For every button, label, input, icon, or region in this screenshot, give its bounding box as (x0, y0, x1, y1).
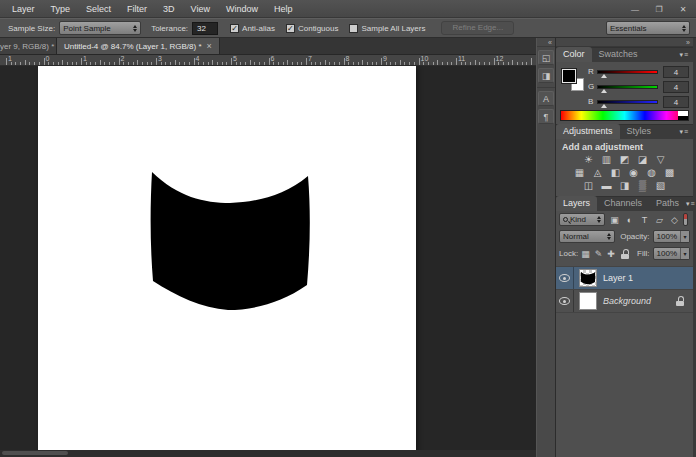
panel-menu-icon[interactable]: ▾≡ (686, 196, 696, 211)
layer-row-background[interactable]: Background (556, 290, 693, 313)
color-balance-icon[interactable]: ◬ (591, 167, 605, 179)
threshold-icon[interactable]: ◨ (618, 180, 632, 192)
panel-menu-icon[interactable]: ▾≡ (679, 47, 693, 62)
r-value-input[interactable]: 4 (663, 66, 689, 78)
vibrance-icon[interactable]: ▽ (654, 154, 668, 166)
menu-3d[interactable]: 3D (155, 0, 183, 18)
refine-edge-button[interactable]: Refine Edge... (441, 21, 514, 35)
menu-help[interactable]: Help (266, 0, 301, 18)
sample-all-layers-checkbox[interactable]: Sample All Layers (349, 24, 425, 33)
menu-window[interactable]: Window (218, 0, 266, 18)
filter-shape-layers-icon[interactable]: ▱ (654, 214, 665, 226)
ruler-tick (203, 62, 204, 65)
slider-thumb-icon[interactable] (601, 74, 607, 78)
visibility-cell[interactable] (556, 267, 574, 289)
checkbox-icon[interactable]: ✓ (286, 24, 295, 33)
restore-button[interactable]: ❐ (649, 3, 669, 16)
b-slider[interactable] (597, 100, 658, 104)
lock-transparent-pixels-button[interactable]: ▦ (581, 248, 590, 260)
scrollbar-thumb[interactable] (2, 451, 68, 455)
tab-adjustments[interactable]: Adjustments (556, 124, 620, 139)
minimize-button[interactable]: — (625, 3, 645, 16)
document-tab[interactable]: Untitled-4 @ 84.7% (Layer 1, RGB/8) *× (57, 38, 220, 54)
close-button[interactable]: ✕ (673, 3, 693, 16)
r-slider[interactable] (597, 70, 658, 74)
dropdown-arrow-icon[interactable]: ▾ (680, 231, 689, 242)
brightness-contrast-icon[interactable]: ☀ (582, 154, 596, 166)
panel-menu-icon[interactable]: ▾≡ (679, 124, 693, 139)
tab-styles[interactable]: Styles (620, 124, 659, 139)
menu-layer[interactable]: Layer (4, 0, 43, 18)
selective-color-icon[interactable]: ▧ (654, 180, 668, 192)
curves-icon[interactable]: ◩ (618, 154, 632, 166)
fill-dropdown[interactable]: 100% ▾ (653, 247, 690, 260)
tab-paths[interactable]: Paths (649, 196, 686, 211)
filter-kind-dropdown[interactable]: Kind (559, 213, 605, 226)
visibility-cell[interactable] (556, 290, 574, 312)
g-slider[interactable] (597, 85, 658, 89)
filter-smart-objects-icon[interactable]: ◇ (669, 214, 680, 226)
filter-on-off-toggle[interactable] (683, 213, 688, 226)
eye-icon[interactable] (559, 297, 570, 305)
b-value-input[interactable]: 4 (663, 96, 689, 108)
tab-layers[interactable]: Layers (556, 196, 597, 211)
checkbox-icon[interactable]: ✓ (230, 24, 239, 33)
checkbox-icon[interactable] (349, 24, 358, 33)
color-lookup-icon[interactable]: ▩ (663, 167, 677, 179)
hue-saturation-icon[interactable]: ▦ (573, 167, 587, 179)
paragraph-panel-icon[interactable]: ¶ (538, 109, 554, 124)
posterize-icon[interactable]: ▬ (600, 180, 614, 192)
g-value-input[interactable]: 4 (663, 81, 689, 93)
filter-adjustment-layers-icon[interactable]: ◐ (624, 214, 635, 226)
tab-swatches[interactable]: Swatches (592, 47, 645, 62)
gradient-map-icon[interactable]: ▒ (636, 180, 650, 192)
invert-icon[interactable]: ◫ (582, 180, 596, 192)
menu-view[interactable]: View (183, 0, 218, 18)
tab-close-icon[interactable]: × (207, 41, 212, 51)
lock-position-button[interactable]: ✚ (607, 248, 615, 260)
exposure-icon[interactable]: ◪ (636, 154, 650, 166)
canvas-document[interactable] (38, 66, 416, 450)
foreground-color-swatch[interactable] (562, 69, 576, 83)
contiguous-checkbox[interactable]: ✓Contiguous (286, 24, 338, 33)
tolerance-input[interactable]: 32 (192, 22, 218, 35)
layer-thumbnail[interactable] (579, 269, 597, 287)
slider-thumb-icon[interactable] (601, 104, 607, 108)
menu-filter[interactable]: Filter (119, 0, 155, 18)
workspace-dropdown[interactable]: Essentials (606, 21, 690, 35)
menu-type[interactable]: Type (43, 0, 79, 18)
layer-row-layer-1[interactable]: Layer 1 (556, 267, 693, 290)
filter-type-layers-icon[interactable]: T (639, 214, 650, 226)
photo-filter-icon[interactable]: ◉ (627, 167, 641, 179)
expand-dock-icon[interactable]: « (537, 38, 555, 47)
spectrum-white-black-end[interactable] (678, 111, 688, 120)
pasteboard[interactable] (0, 66, 536, 457)
color-spectrum-bar[interactable] (560, 110, 689, 121)
layer-thumbnail[interactable] (579, 292, 597, 310)
dropdown-arrow-icon[interactable]: ▾ (680, 248, 689, 259)
channel-mixer-icon[interactable]: ◍ (645, 167, 659, 179)
sample-size-dropdown[interactable]: Point Sample (59, 21, 141, 35)
character-panel-icon[interactable]: A (538, 91, 554, 106)
properties-panel-icon[interactable]: ◨ (538, 68, 554, 83)
tab-channels[interactable]: Channels (597, 196, 649, 211)
collapse-dock-icon[interactable]: » (686, 39, 690, 46)
eye-icon[interactable] (559, 274, 570, 282)
history-panel-icon[interactable]: ◱ (538, 50, 554, 65)
blend-mode-dropdown[interactable]: Normal (559, 230, 615, 243)
levels-icon[interactable]: ▥ (600, 154, 614, 166)
document-tab[interactable]: yer 9, RGB/8) *× (0, 38, 57, 54)
horizontal-scrollbar[interactable] (0, 450, 536, 457)
opacity-dropdown[interactable]: 100% ▾ (653, 230, 690, 243)
lock-all-button[interactable] (621, 249, 629, 259)
horizontal-ruler[interactable]: 10123456789101112 (0, 55, 536, 66)
black-and-white-icon[interactable]: ◧ (609, 167, 623, 179)
lock-image-pixels-button[interactable]: ✎ (595, 248, 603, 260)
filter-pixel-layers-icon[interactable]: ▣ (609, 214, 620, 226)
ruler-number: 10 (421, 55, 429, 63)
menu-select[interactable]: Select (78, 0, 119, 18)
slider-thumb-icon[interactable] (601, 89, 607, 93)
ruler-tick (62, 60, 63, 65)
anti-alias-checkbox[interactable]: ✓Anti-alias (230, 24, 275, 33)
tab-color[interactable]: Color (556, 47, 592, 62)
